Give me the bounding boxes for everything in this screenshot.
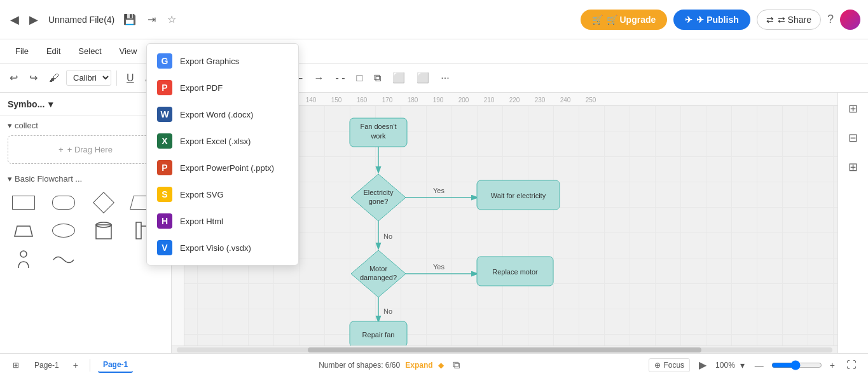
- export-visio-icon: V: [157, 240, 172, 255]
- export-pdf-item[interactable]: P Export PDF: [147, 74, 298, 101]
- shape-cylinder[interactable]: [88, 219, 120, 242]
- avatar[interactable]: [840, 10, 860, 30]
- export-word-icon: W: [157, 107, 172, 122]
- fullscreen-button[interactable]: ⛶: [843, 357, 860, 373]
- export-word-item[interactable]: W Export Word (.docx): [147, 101, 298, 128]
- shape-rectangle[interactable]: [8, 191, 39, 214]
- publish-button[interactable]: ✈ ✈ Publish: [673, 10, 750, 30]
- copy-button[interactable]: ⧉: [369, 69, 385, 87]
- focus-crosshair-icon: ⊕: [654, 361, 661, 370]
- export-excel-item[interactable]: X Export Excel (.xlsx): [147, 128, 298, 154]
- svg-text:Electricity: Electricity: [363, 189, 394, 196]
- shape-rounded-rect[interactable]: [48, 191, 79, 214]
- topbar-left: ◀ ▶ Unnamed File(4) 💾 ⇥ ☆: [8, 10, 575, 29]
- export-excel-label: Export Excel (.xlsx): [180, 137, 251, 146]
- star-icon-btn[interactable]: ☆: [163, 11, 180, 28]
- cylinder-icon: [95, 220, 113, 241]
- wave-icon: [52, 253, 75, 267]
- shapes-count: Number of shapes: 6/60: [319, 361, 400, 370]
- export-svg-item[interactable]: S Export SVG: [147, 181, 298, 208]
- collect-expand-icon[interactable]: ▾: [8, 121, 12, 130]
- page-toggle-button[interactable]: ⊞: [8, 358, 24, 372]
- ellipse-icon: [52, 224, 75, 238]
- more-button[interactable]: ···: [436, 69, 453, 87]
- svg-point-5: [20, 251, 27, 257]
- shape-ellipse[interactable]: [48, 219, 79, 242]
- shape-diamond[interactable]: [88, 191, 120, 214]
- back-button[interactable]: ◀: [8, 10, 22, 29]
- svg-text:No: No: [383, 307, 392, 315]
- focus-label: Focus: [663, 361, 684, 370]
- align-right-button[interactable]: ⬜: [412, 69, 434, 87]
- save-icon-btn[interactable]: 💾: [120, 11, 140, 28]
- shapes-grid-row1: [8, 189, 163, 217]
- svg-text:No: No: [383, 232, 392, 240]
- sidebar-expand-icon[interactable]: ▾: [48, 99, 53, 109]
- undo-button[interactable]: ↩: [5, 69, 22, 87]
- svg-text:Yes: Yes: [433, 187, 444, 194]
- add-page-button[interactable]: +: [69, 358, 82, 373]
- svg-text:Replace motor: Replace motor: [492, 268, 538, 276]
- svg-text:Motor: Motor: [369, 265, 387, 272]
- expand-button[interactable]: Expand: [405, 361, 432, 370]
- zoom-dropdown-btn[interactable]: ▾: [738, 359, 747, 372]
- drag-here-icon: +: [59, 145, 64, 154]
- scroll-thumb[interactable]: [308, 347, 701, 352]
- sidebar-header: Symbo... ▾ 🔍: [0, 93, 171, 116]
- shape-trapezoid[interactable]: [8, 219, 39, 242]
- zoom-out-button[interactable]: —: [752, 359, 766, 372]
- play-btn[interactable]: ▶: [695, 356, 710, 373]
- collect-section: ▾ collect + + Drag Here: [0, 116, 171, 169]
- shape-wave[interactable]: [48, 248, 79, 271]
- zoom-percent: 100%: [715, 361, 735, 370]
- export-html-item[interactable]: H Export Html: [147, 208, 298, 234]
- svg-text:Repair fan: Repair fan: [362, 331, 395, 339]
- drag-here-area[interactable]: + + Drag Here: [8, 135, 163, 164]
- share-icon-btn[interactable]: ⇥: [144, 11, 160, 28]
- menu-view[interactable]: View: [112, 43, 145, 60]
- toolbar-sep-1: [116, 70, 117, 86]
- svg-text:Fan doesn't: Fan doesn't: [360, 123, 396, 130]
- diamond-icon: [93, 192, 114, 213]
- zoom-in-button[interactable]: +: [827, 359, 837, 372]
- share-button[interactable]: ⇄ ⇄ Share: [757, 10, 821, 30]
- format-painter-button[interactable]: 🖌: [45, 69, 64, 87]
- redo-button[interactable]: ↪: [25, 69, 42, 87]
- export-graphics-item[interactable]: G Export Graphics: [147, 48, 298, 74]
- underline-button[interactable]: U: [122, 69, 139, 87]
- right-panel-replace-btn[interactable]: ⊟: [844, 127, 862, 149]
- basic-flowchart-expand-icon[interactable]: ▾: [8, 174, 12, 184]
- layers-btn[interactable]: ⧉: [449, 357, 464, 373]
- font-select[interactable]: Calibri: [66, 70, 111, 86]
- svg-text:Wait for electricity: Wait for electricity: [491, 192, 546, 199]
- menu-edit[interactable]: Edit: [39, 43, 68, 60]
- menu-file[interactable]: File: [8, 43, 36, 60]
- shape-person[interactable]: [8, 248, 39, 271]
- export-graphics-label: Export Graphics: [180, 57, 239, 66]
- zoom-slider[interactable]: [771, 360, 822, 370]
- horizontal-scrollbar[interactable]: [172, 346, 837, 353]
- export-visio-item[interactable]: V Export Visio (.vsdx): [147, 234, 298, 261]
- export-svg-label: Export SVG: [180, 190, 224, 199]
- statusbar: ⊞ Page-1 + Page-1 Number of shapes: 6/60…: [0, 353, 868, 376]
- forward-button[interactable]: ▶: [27, 10, 41, 29]
- focus-button[interactable]: ⊕ Focus: [649, 358, 690, 372]
- dash-button[interactable]: - -: [331, 69, 349, 87]
- upgrade-button[interactable]: 🛒 🛒 Upgrade: [581, 10, 668, 30]
- statusbar-left: ⊞ Page-1 +: [8, 358, 82, 373]
- right-panel-grid-btn[interactable]: ⊞: [844, 156, 862, 178]
- rectangle-icon: [12, 196, 35, 210]
- layer-button[interactable]: □: [352, 69, 368, 87]
- right-panel-properties-btn[interactable]: ⊞: [844, 98, 862, 119]
- cart-icon: 🛒: [592, 15, 603, 25]
- svg-marker-0: [15, 226, 32, 236]
- help-button[interactable]: ?: [827, 13, 834, 26]
- toolbar: ↩ ↪ 🖌 Calibri U A T ≡ ⊞ T ◇ ✏ ⌐ — → - - …: [0, 64, 868, 93]
- svg-text:work: work: [370, 132, 386, 140]
- share-label: ⇄ Share: [778, 15, 811, 25]
- menu-select[interactable]: Select: [71, 43, 109, 60]
- page-tab-1[interactable]: Page-1: [98, 358, 133, 373]
- align-left-button[interactable]: ⬜: [388, 69, 410, 87]
- export-pptx-item[interactable]: P Export PowerPoint (.pptx): [147, 154, 298, 181]
- arrow-button[interactable]: →: [309, 69, 328, 87]
